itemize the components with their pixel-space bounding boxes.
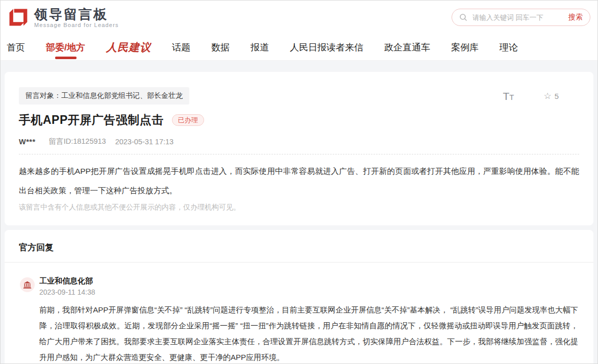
main-nav: 首页 部委/地方 人民建议 话题 数据 报道 人民日报读者来信 政企直通车 案例…	[1, 34, 597, 61]
star-icon[interactable]: ☆	[543, 92, 551, 100]
search-box[interactable]: 搜索	[452, 9, 590, 26]
site-subtitle: Message Board for Leaders	[34, 22, 119, 28]
privacy-note: 该留言中含有个人信息或其他不便公开展示的内容，仅办理机构可见。	[19, 203, 579, 212]
search-icon	[459, 13, 467, 21]
nav-item-ministries-regions[interactable]: 部委/地方	[46, 34, 85, 61]
nav-item-home[interactable]: 首页	[7, 34, 25, 61]
search-input[interactable]	[472, 14, 568, 21]
message-title: 手机APP开屏广告强制点击	[19, 112, 164, 128]
message-id: 留言ID:18125913	[49, 137, 106, 146]
reply-body: 前期，我部针对APP开屏弹窗信息“关不掉” “乱跳转”问题进行专项整治，目前主要…	[39, 302, 578, 364]
nav-item-data[interactable]: 数据	[211, 34, 230, 61]
reply-agency-name: 工业和信息化部	[39, 276, 95, 286]
message-timestamp: 2023-05-31 17:13	[115, 138, 174, 146]
page: 领导留言板 Message Board for Leaders 搜索 首页 部委…	[0, 0, 598, 364]
nav-item-gov-enterprise[interactable]: 政企直通车	[384, 34, 430, 61]
reply-timestamp: 2023-09-11 14:38	[39, 288, 95, 296]
brand-logo-icon	[7, 6, 29, 29]
site-title: 领导留言板	[34, 7, 119, 21]
message-body: 越来越多的手机APP把开屏广告设置成摇晃手机即点击进入，而实际使用中非常容易就进…	[19, 162, 579, 200]
nav-item-peoples-suggestions[interactable]: 人民建议	[106, 34, 151, 61]
nav-item-readers-letters[interactable]: 人民日报读者来信	[290, 34, 363, 61]
search-button[interactable]: 搜索	[568, 13, 583, 22]
message-card: 留言对象：工业和信息化部党组书记、部长金壮龙 TT ☆ 5 手机APP开屏广告强…	[5, 72, 593, 225]
message-target-tag: 留言对象：工业和信息化部党组书记、部长金壮龙	[19, 87, 189, 105]
site-header: 领导留言板 Message Board for Leaders 搜索	[1, 1, 597, 34]
nav-item-topics[interactable]: 话题	[172, 34, 190, 61]
font-size-toggle-icon[interactable]: TT	[503, 91, 514, 101]
status-badge: 已办理	[172, 114, 204, 126]
reply-item: 工业和信息化部 2023-09-11 14:38 前期，我部针对APP开屏弹窗信…	[5, 263, 593, 364]
government-building-icon	[23, 280, 32, 289]
star-count: 5	[555, 92, 559, 100]
agency-avatar	[20, 277, 35, 292]
reply-section-heading: 官方回复	[19, 242, 579, 253]
official-reply-card: 官方回复	[5, 230, 593, 364]
message-author: W***	[19, 138, 36, 146]
site-logo[interactable]: 领导留言板 Message Board for Leaders	[7, 6, 119, 29]
nav-item-case-library[interactable]: 案例库	[451, 34, 479, 61]
nav-item-reports[interactable]: 报道	[251, 34, 269, 61]
star-group[interactable]: ☆ 5	[543, 92, 559, 100]
nav-item-theory[interactable]: 理论	[500, 34, 518, 61]
